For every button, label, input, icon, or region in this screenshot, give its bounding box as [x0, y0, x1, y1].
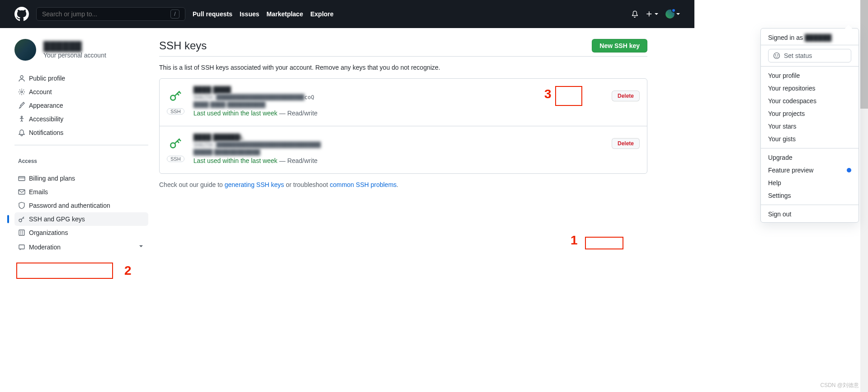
status-dot — [671, 8, 676, 13]
avatar[interactable] — [14, 39, 36, 61]
search-input-wrapper[interactable]: / — [36, 7, 185, 21]
ssh-badge: SSH — [167, 108, 184, 115]
gear-icon — [18, 88, 25, 96]
report-icon — [18, 244, 25, 251]
svg-rect-6 — [19, 177, 25, 181]
accessibility-icon — [18, 115, 25, 123]
sidebar-heading-access: Access — [14, 151, 148, 168]
delete-key-button[interactable]: Delete — [612, 138, 640, 149]
svg-point-3 — [20, 76, 23, 78]
main-content: SSH keys New SSH key This is a list of S… — [159, 39, 647, 254]
key-added-date: █████ ████████████ — [193, 149, 260, 155]
sidebar-item-label: Moderation — [29, 244, 61, 251]
username[interactable]: ██████ — [43, 41, 106, 52]
account-subtitle: Your personal account — [43, 52, 106, 59]
sidebar-item-billing[interactable]: Billing and plans — [14, 172, 148, 185]
main-header: / Pull requests Issues Marketplace Explo… — [0, 0, 694, 28]
sidebar-item-password[interactable]: Password and authentication — [14, 199, 148, 212]
paintbrush-icon — [18, 102, 25, 109]
footer-guide-text: Check out our guide to generating SSH ke… — [159, 181, 647, 188]
page-container: ██████ Your personal account Public prof… — [0, 28, 694, 265]
notifications-icon[interactable] — [631, 10, 638, 18]
sidebar-item-account[interactable]: Account — [14, 85, 148, 99]
ssh-keys-list: SSH ████ ████ SHA256:███████████████████… — [159, 78, 647, 174]
key-title: ████ ████ — [193, 86, 231, 93]
page-description: This is a list of SSH keys associated wi… — [159, 64, 647, 71]
sidebar-item-emails[interactable]: Emails — [14, 185, 148, 199]
sidebar-item-accessibility[interactable]: Accessibility — [14, 112, 148, 126]
svg-rect-7 — [19, 190, 25, 194]
key-icon — [168, 89, 183, 105]
key-fingerprint: SHA256:███████████████████████████ — [193, 94, 305, 100]
sidebar-nav: Public profile Account Appearance Access… — [14, 72, 148, 139]
organization-icon — [18, 229, 25, 236]
sidebar-item-label: Public profile — [29, 75, 65, 82]
ssh-key-item: SSH ████ ████ SHA256:███████████████████… — [160, 79, 647, 126]
new-ssh-key-button[interactable]: New SSH key — [592, 39, 647, 53]
key-fingerprint: SHA256:████████████████████████████████ — [193, 142, 321, 148]
sidebar-item-label: Notifications — [29, 129, 63, 136]
svg-point-5 — [21, 116, 23, 118]
nav-marketplace[interactable]: Marketplace — [267, 10, 303, 18]
sidebar-divider — [14, 145, 148, 145]
sidebar-item-label: Emails — [29, 188, 48, 196]
sidebar-item-appearance[interactable]: Appearance — [14, 99, 148, 112]
chevron-down-icon — [655, 13, 658, 15]
profile-header: ██████ Your personal account — [14, 39, 148, 61]
shield-lock-icon — [18, 202, 25, 209]
page-title: SSH keys — [159, 39, 207, 52]
link-generating-ssh-keys[interactable]: generating SSH keys — [225, 181, 284, 188]
key-title: ████ ██████L — [193, 134, 244, 141]
key-icon — [168, 136, 183, 152]
sidebar-item-label: SSH and GPG keys — [29, 215, 85, 223]
header-nav: Pull requests Issues Marketplace Explore — [193, 10, 334, 18]
sidebar-item-ssh-keys[interactable]: SSH and GPG keys — [14, 212, 148, 226]
slash-key-hint: / — [170, 10, 179, 19]
svg-rect-10 — [19, 245, 24, 249]
delete-key-button[interactable]: Delete — [612, 91, 640, 101]
ssh-key-item: SSH ████ ██████L SHA256:████████████████… — [160, 126, 647, 173]
nav-pull-requests[interactable]: Pull requests — [193, 10, 232, 18]
svg-rect-9 — [19, 230, 24, 235]
sidebar-item-label: Organizations — [29, 229, 68, 236]
link-common-ssh-problems[interactable]: common SSH problems — [330, 181, 396, 188]
bell-icon — [18, 129, 25, 136]
sidebar-item-label: Account — [29, 88, 52, 96]
search-input[interactable] — [42, 10, 170, 18]
sidebar-nav-access: Billing and plans Emails Password and au… — [14, 172, 148, 254]
nav-issues[interactable]: Issues — [240, 10, 259, 18]
sidebar-item-label: Billing and plans — [29, 175, 75, 182]
key-icon — [18, 215, 25, 223]
page-header: SSH keys New SSH key — [159, 39, 647, 53]
title-divider — [159, 56, 647, 57]
person-icon — [18, 75, 25, 82]
avatar-small — [665, 10, 675, 19]
nav-explore[interactable]: Explore — [310, 10, 333, 18]
sidebar: ██████ Your personal account Public prof… — [14, 39, 148, 254]
key-added-date: ████ ████ ██████████ — [193, 101, 266, 108]
credit-card-icon — [18, 175, 25, 182]
user-menu-trigger[interactable] — [665, 10, 680, 19]
key-last-used: Last used within the last week — Read/wr… — [193, 110, 603, 117]
sidebar-item-label: Password and authentication — [29, 202, 110, 209]
chevron-down-icon — [676, 13, 680, 15]
create-new-icon[interactable] — [646, 10, 658, 18]
sidebar-item-label: Appearance — [29, 102, 63, 109]
mail-icon — [18, 188, 25, 196]
sidebar-item-public-profile[interactable]: Public profile — [14, 72, 148, 85]
github-logo[interactable] — [14, 7, 29, 21]
sidebar-item-notifications[interactable]: Notifications — [14, 126, 148, 139]
ssh-badge: SSH — [167, 156, 184, 162]
sidebar-item-organizations[interactable]: Organizations — [14, 226, 148, 239]
key-fingerprint-suffix: coQ — [304, 94, 314, 100]
key-last-used: Last used within the last week — Read/wr… — [193, 157, 603, 164]
sidebar-item-moderation[interactable]: Moderation — [14, 239, 148, 254]
chevron-down-icon — [137, 243, 145, 251]
svg-point-4 — [21, 91, 23, 93]
sidebar-item-label: Accessibility — [29, 115, 63, 123]
header-right — [631, 10, 680, 19]
